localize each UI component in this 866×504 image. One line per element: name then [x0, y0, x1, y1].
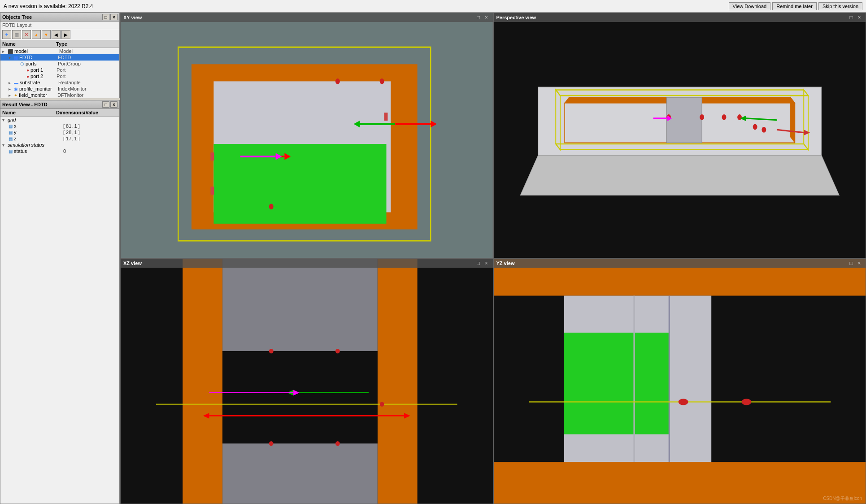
result-grid-icon: ▦: [9, 130, 13, 135]
perspective-restore-btn[interactable]: □: [848, 14, 855, 21]
delete-btn[interactable]: ✕: [22, 30, 31, 39]
svg-point-56: [269, 349, 274, 353]
result-item-grid[interactable]: ▾ grid: [0, 117, 119, 123]
svg-rect-13: [210, 152, 214, 161]
down-btn[interactable]: ▼: [42, 30, 51, 39]
xz-view-panel: XZ view □ ×: [120, 258, 493, 504]
objects-tree-restore-btn[interactable]: □: [102, 14, 109, 20]
result-view-header: Result View - FDTD □ ×: [0, 100, 119, 109]
svg-rect-44: [378, 259, 418, 504]
svg-rect-65: [564, 333, 669, 434]
group-btn[interactable]: ▦: [12, 30, 21, 39]
tree-item-icon: ⬛: [8, 49, 13, 54]
xz-view-canvas[interactable]: [121, 259, 493, 504]
objects-tree-close-btn[interactable]: ×: [110, 14, 117, 20]
tree-item-icon: ⬡: [20, 61, 24, 66]
svg-point-31: [700, 114, 704, 120]
add-btn[interactable]: +: [2, 30, 11, 39]
perspective-close-btn[interactable]: ×: [856, 14, 863, 21]
result-item-y[interactable]: ▦ y [ 28, 1 ]: [0, 129, 119, 135]
tree-item-model[interactable]: ▸ ⬛ model Model: [0, 48, 119, 54]
tree-item-FDTD[interactable]: ▾ ▦ FDTD FDTD: [0, 54, 119, 61]
result-view-restore-btn[interactable]: □: [102, 101, 109, 108]
result-item-x[interactable]: ▦ x [ 81, 1 ]: [0, 123, 119, 129]
remind-later-button[interactable]: Remind me later: [772, 2, 817, 10]
tree-item-ports[interactable]: ⬡ ports PortGroup: [0, 61, 119, 67]
tree-item-substrate[interactable]: ▸ ▬ substrate Rectangle: [0, 79, 119, 86]
svg-point-18: [380, 78, 384, 84]
xy-view-canvas[interactable]: [121, 13, 493, 258]
col-type-header: Type: [56, 41, 67, 47]
skip-version-button[interactable]: Skip this version: [818, 2, 862, 10]
left-panel: Objects Tree □ × FDTD Layout + ▦ ✕ ▲ ▼ ◀…: [0, 13, 120, 504]
view-download-button[interactable]: View Download: [729, 2, 771, 10]
tree-item-field_monitor[interactable]: ▸ ✦ field_monitor DFTMonitor: [0, 92, 119, 98]
tree-item-name: port 1: [30, 67, 57, 73]
tree-item-name: substrate: [20, 80, 58, 85]
svg-point-57: [335, 349, 340, 353]
result-item-dim: [ 17, 1 ]: [63, 136, 80, 141]
result-grid-icon: ▦: [9, 136, 13, 141]
result-item-name: z: [14, 136, 63, 141]
tree-item-type: PortGroup: [58, 61, 81, 66]
yz-view-header: YZ view □ ×: [494, 259, 866, 268]
result-view-close-btn[interactable]: ×: [110, 101, 117, 108]
xz-close-btn[interactable]: ×: [483, 260, 490, 266]
left-btn[interactable]: ◀: [52, 30, 61, 39]
result-item-dim: [ 28, 1 ]: [63, 130, 80, 135]
result-view-title: Result View - FDTD: [2, 102, 48, 107]
toolbar: + ▦ ✕ ▲ ▼ ◀ ▶: [0, 29, 119, 40]
svg-point-33: [737, 114, 742, 120]
xy-restore-btn[interactable]: □: [475, 14, 482, 21]
result-item-z[interactable]: ▦ z [ 17, 1 ]: [0, 135, 119, 142]
svg-point-32: [722, 114, 726, 120]
xy-view-header: XY view □ ×: [121, 13, 493, 22]
tree-item-name: ports: [26, 61, 58, 66]
result-group-name: simulation status: [8, 142, 57, 148]
result-view-panel: Result View - FDTD □ × Name Dimensions/V…: [0, 100, 120, 504]
result-item-status[interactable]: ▦ status 0: [0, 148, 119, 154]
yz-close-btn[interactable]: ×: [856, 260, 863, 266]
tree-item-name: field_monitor: [19, 92, 57, 98]
result-item-name: status: [14, 148, 63, 154]
xz-restore-btn[interactable]: □: [475, 260, 482, 266]
perspective-view-panel: Perspective view □ ×: [493, 13, 866, 258]
perspective-view-canvas[interactable]: [494, 13, 866, 258]
up-btn[interactable]: ▲: [32, 30, 41, 39]
right-btn[interactable]: ▶: [61, 30, 70, 39]
objects-tree-panel: Objects Tree □ × FDTD Layout + ▦ ✕ ▲ ▼ ◀…: [0, 13, 120, 98]
tree-items-list: ▸ ⬛ model Model ▾ ▦ FDTD FDTD ⬡ ports Po…: [0, 48, 119, 98]
tree-item-port-1[interactable]: ● port 1 Port: [0, 67, 119, 73]
main-area: Objects Tree □ × FDTD Layout + ▦ ✕ ▲ ▼ ◀…: [0, 13, 866, 504]
result-grid-icon: ▦: [9, 149, 13, 154]
tree-item-profile_monitor[interactable]: ▸ ◉ profile_monitor IndexMonitor: [0, 86, 119, 92]
xy-view-controls: □ ×: [475, 14, 490, 21]
tree-item-type: FDTD: [58, 55, 71, 60]
svg-point-17: [335, 78, 340, 84]
yz-view-canvas[interactable]: [494, 259, 866, 504]
notification-text: A new version is available: 2022 R2.4: [4, 3, 727, 9]
svg-rect-46: [222, 351, 378, 443]
xz-view-header: XZ view □ ×: [121, 259, 493, 268]
svg-point-59: [335, 441, 340, 446]
tree-item-name: profile_monitor: [19, 86, 58, 91]
tree-item-icon: ●: [26, 68, 29, 73]
tree-item-icon: ▬: [14, 80, 18, 85]
result-item-simulation-status[interactable]: ▾ simulation status: [0, 142, 119, 148]
svg-rect-45: [222, 259, 378, 351]
svg-point-35: [762, 127, 766, 133]
svg-point-58: [269, 441, 274, 446]
tree-item-type: Port: [57, 74, 65, 79]
objects-tree-header: Objects Tree □ ×: [0, 13, 119, 22]
result-item-dim: 0: [63, 148, 66, 154]
tree-item-port-2[interactable]: ● port 2 Port: [0, 73, 119, 79]
xy-close-btn[interactable]: ×: [483, 14, 490, 21]
tree-item-type: DFTMonitor: [57, 92, 83, 98]
tree-item-name: model: [14, 48, 59, 54]
yz-restore-btn[interactable]: □: [848, 260, 855, 266]
tree-item-icon: ✦: [14, 93, 17, 98]
watermark-text: CSDN@子非鱼icon: [823, 495, 862, 502]
yz-view-controls: □ ×: [848, 260, 863, 266]
tree-item-type: IndexMonitor: [58, 86, 87, 91]
xz-view-controls: □ ×: [475, 260, 490, 266]
